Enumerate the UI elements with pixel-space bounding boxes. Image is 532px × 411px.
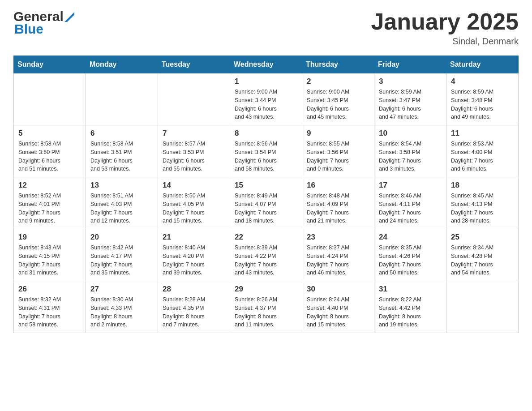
day-info: Sunrise: 8:22 AM Sunset: 4:42 PM Dayligh… (379, 295, 442, 329)
day-info: Sunrise: 8:58 AM Sunset: 3:50 PM Dayligh… (18, 140, 81, 173)
calendar-cell: 12Sunrise: 8:52 AM Sunset: 4:01 PM Dayli… (14, 177, 86, 229)
day-number: 26 (18, 285, 81, 294)
day-number: 19 (18, 233, 81, 242)
calendar-cell: 18Sunrise: 8:45 AM Sunset: 4:13 PM Dayli… (446, 177, 519, 229)
day-number: 8 (235, 129, 297, 138)
week-row-3: 12Sunrise: 8:52 AM Sunset: 4:01 PM Dayli… (14, 177, 519, 229)
calendar-table: SundayMondayTuesdayWednesdayThursdayFrid… (13, 56, 519, 333)
day-number: 13 (90, 181, 153, 190)
calendar-subtitle: Sindal, Denmark (371, 36, 519, 47)
title-section: January 2025 Sindal, Denmark (371, 9, 519, 47)
day-info: Sunrise: 8:56 AM Sunset: 3:54 PM Dayligh… (235, 140, 297, 173)
day-info: Sunrise: 8:59 AM Sunset: 3:48 PM Dayligh… (451, 88, 514, 121)
calendar-cell: 29Sunrise: 8:26 AM Sunset: 4:37 PM Dayli… (230, 281, 302, 333)
day-info: Sunrise: 9:00 AM Sunset: 3:44 PM Dayligh… (235, 88, 297, 121)
calendar-body: 1Sunrise: 9:00 AM Sunset: 3:44 PM Daylig… (14, 73, 519, 333)
day-info: Sunrise: 8:52 AM Sunset: 4:01 PM Dayligh… (18, 192, 81, 225)
calendar-cell: 3Sunrise: 8:59 AM Sunset: 3:47 PM Daylig… (374, 73, 446, 125)
calendar-cell: 15Sunrise: 8:49 AM Sunset: 4:07 PM Dayli… (230, 177, 302, 229)
day-number: 16 (307, 181, 369, 190)
day-header-friday: Friday (374, 56, 446, 73)
day-info: Sunrise: 8:53 AM Sunset: 4:00 PM Dayligh… (451, 140, 514, 173)
day-number: 23 (307, 233, 369, 242)
day-number: 17 (379, 181, 442, 190)
day-info: Sunrise: 8:24 AM Sunset: 4:40 PM Dayligh… (307, 295, 369, 329)
logo: General Blue (13, 9, 74, 37)
day-number: 12 (18, 181, 81, 190)
calendar-title: January 2025 (371, 9, 519, 34)
calendar-cell: 24Sunrise: 8:35 AM Sunset: 4:26 PM Dayli… (374, 229, 446, 281)
day-info: Sunrise: 8:49 AM Sunset: 4:07 PM Dayligh… (235, 192, 297, 225)
day-info: Sunrise: 8:32 AM Sunset: 4:31 PM Dayligh… (18, 295, 81, 329)
day-number: 30 (307, 285, 369, 294)
calendar-cell: 13Sunrise: 8:51 AM Sunset: 4:03 PM Dayli… (86, 177, 158, 229)
day-number: 7 (163, 129, 225, 138)
calendar-cell (446, 281, 519, 333)
week-row-5: 26Sunrise: 8:32 AM Sunset: 4:31 PM Dayli… (14, 281, 519, 333)
week-row-1: 1Sunrise: 9:00 AM Sunset: 3:44 PM Daylig… (14, 73, 519, 125)
day-info: Sunrise: 8:48 AM Sunset: 4:09 PM Dayligh… (307, 192, 369, 225)
calendar-cell: 26Sunrise: 8:32 AM Sunset: 4:31 PM Dayli… (14, 281, 86, 333)
calendar-cell (14, 73, 86, 125)
day-number: 9 (307, 129, 369, 138)
day-header-monday: Monday (86, 56, 158, 73)
calendar-cell: 8Sunrise: 8:56 AM Sunset: 3:54 PM Daylig… (230, 125, 302, 177)
day-number: 27 (90, 285, 153, 294)
week-row-2: 5Sunrise: 8:58 AM Sunset: 3:50 PM Daylig… (14, 125, 519, 177)
calendar-cell: 25Sunrise: 8:34 AM Sunset: 4:28 PM Dayli… (446, 229, 519, 281)
day-info: Sunrise: 8:30 AM Sunset: 4:33 PM Dayligh… (90, 295, 153, 329)
day-header-sunday: Sunday (14, 56, 86, 73)
day-number: 15 (235, 181, 297, 190)
calendar-cell: 6Sunrise: 8:58 AM Sunset: 3:51 PM Daylig… (86, 125, 158, 177)
day-number: 5 (18, 129, 81, 138)
day-info: Sunrise: 8:28 AM Sunset: 4:35 PM Dayligh… (163, 295, 225, 329)
day-info: Sunrise: 8:42 AM Sunset: 4:17 PM Dayligh… (90, 244, 153, 277)
day-number: 6 (90, 129, 153, 138)
day-info: Sunrise: 8:55 AM Sunset: 3:56 PM Dayligh… (307, 140, 369, 173)
calendar-cell: 10Sunrise: 8:54 AM Sunset: 3:58 PM Dayli… (374, 125, 446, 177)
day-info: Sunrise: 8:50 AM Sunset: 4:05 PM Dayligh… (163, 192, 225, 225)
day-number: 24 (379, 233, 442, 242)
calendar-cell: 23Sunrise: 8:37 AM Sunset: 4:24 PM Dayli… (302, 229, 374, 281)
day-number: 21 (163, 233, 225, 242)
day-info: Sunrise: 8:35 AM Sunset: 4:26 PM Dayligh… (379, 244, 442, 277)
calendar-cell: 31Sunrise: 8:22 AM Sunset: 4:42 PM Dayli… (374, 281, 446, 333)
day-number: 3 (379, 77, 442, 86)
calendar-cell: 27Sunrise: 8:30 AM Sunset: 4:33 PM Dayli… (86, 281, 158, 333)
day-number: 22 (235, 233, 297, 242)
day-number: 18 (451, 181, 514, 190)
calendar-cell: 19Sunrise: 8:43 AM Sunset: 4:15 PM Dayli… (14, 229, 86, 281)
calendar-header: SundayMondayTuesdayWednesdayThursdayFrid… (14, 56, 519, 73)
day-info: Sunrise: 8:58 AM Sunset: 3:51 PM Dayligh… (90, 140, 153, 173)
day-header-saturday: Saturday (446, 56, 519, 73)
calendar-cell: 28Sunrise: 8:28 AM Sunset: 4:35 PM Dayli… (158, 281, 230, 333)
day-info: Sunrise: 9:00 AM Sunset: 3:45 PM Dayligh… (307, 88, 369, 121)
week-row-4: 19Sunrise: 8:43 AM Sunset: 4:15 PM Dayli… (14, 229, 519, 281)
day-info: Sunrise: 8:45 AM Sunset: 4:13 PM Dayligh… (451, 192, 514, 225)
calendar-cell: 30Sunrise: 8:24 AM Sunset: 4:40 PM Dayli… (302, 281, 374, 333)
day-number: 14 (163, 181, 225, 190)
day-number: 29 (235, 285, 297, 294)
day-header-tuesday: Tuesday (158, 56, 230, 73)
calendar-cell (86, 73, 158, 125)
day-number: 1 (235, 77, 297, 86)
day-number: 10 (379, 129, 442, 138)
calendar-cell (158, 73, 230, 125)
calendar-cell: 11Sunrise: 8:53 AM Sunset: 4:00 PM Dayli… (446, 125, 519, 177)
day-info: Sunrise: 8:37 AM Sunset: 4:24 PM Dayligh… (307, 244, 369, 277)
day-info: Sunrise: 8:39 AM Sunset: 4:22 PM Dayligh… (235, 244, 297, 277)
day-info: Sunrise: 8:40 AM Sunset: 4:20 PM Dayligh… (163, 244, 225, 277)
day-info: Sunrise: 8:26 AM Sunset: 4:37 PM Dayligh… (235, 295, 297, 329)
day-number: 4 (451, 77, 514, 86)
calendar-cell: 2Sunrise: 9:00 AM Sunset: 3:45 PM Daylig… (302, 73, 374, 125)
calendar-cell: 21Sunrise: 8:40 AM Sunset: 4:20 PM Dayli… (158, 229, 230, 281)
calendar-cell: 9Sunrise: 8:55 AM Sunset: 3:56 PM Daylig… (302, 125, 374, 177)
calendar-cell: 17Sunrise: 8:46 AM Sunset: 4:11 PM Dayli… (374, 177, 446, 229)
day-info: Sunrise: 8:34 AM Sunset: 4:28 PM Dayligh… (451, 244, 514, 277)
day-info: Sunrise: 8:59 AM Sunset: 3:47 PM Dayligh… (379, 88, 442, 121)
calendar-cell: 1Sunrise: 9:00 AM Sunset: 3:44 PM Daylig… (230, 73, 302, 125)
logo-blue-text: Blue (14, 21, 43, 37)
day-number: 31 (379, 285, 442, 294)
day-info: Sunrise: 8:57 AM Sunset: 3:53 PM Dayligh… (163, 140, 225, 173)
page-header: General Blue January 2025 Sindal, Denmar… (13, 9, 519, 47)
